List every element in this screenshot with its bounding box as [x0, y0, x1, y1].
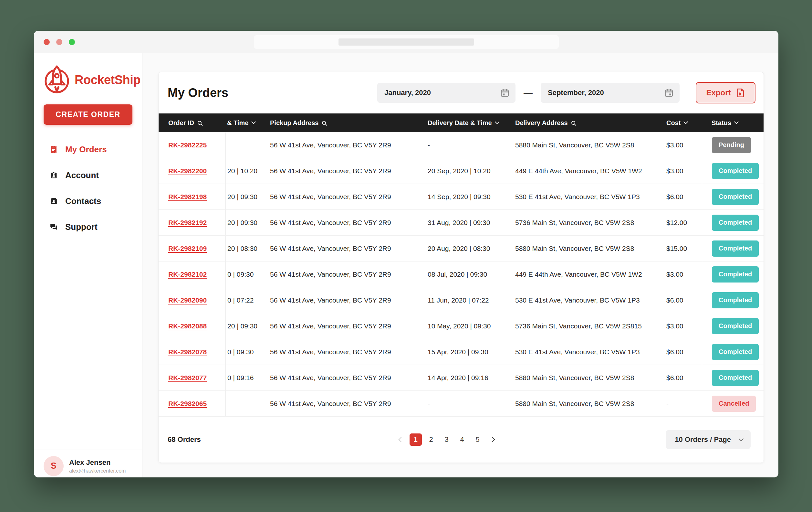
pickup-address-cell: 56 W 41st Ave, Vancouver, BC V5Y 2R9 — [268, 262, 427, 287]
prev-page-button[interactable] — [394, 433, 406, 446]
page-button-5[interactable]: 5 — [471, 433, 484, 446]
sidebar-item-account[interactable]: Account — [34, 162, 142, 188]
minimize-window-button[interactable] — [56, 39, 62, 45]
chevron-right-icon — [489, 437, 495, 442]
excel-file-icon — [735, 88, 745, 98]
order-id-cell: RK-2982088 — [158, 313, 226, 339]
cost-cell: $15.00 — [664, 236, 702, 261]
column-header-time[interactable]: & Time — [226, 119, 268, 127]
cost-cell: $12.00 — [664, 210, 702, 235]
delivery-address-cell: 530 E 41st Ave, Vancouver, BC V5W 1P3 — [514, 184, 664, 210]
calendar-icon — [500, 88, 510, 98]
contact-card-icon — [50, 197, 58, 206]
column-header-cost[interactable]: Cost — [664, 119, 702, 127]
order-id-link[interactable]: RK-2982078 — [168, 348, 207, 356]
table-row: RK-298219820 | 09:3056 W 41st Ave, Vanco… — [158, 184, 763, 210]
order-id-link[interactable]: RK-2982065 — [168, 400, 207, 408]
pickup-address-cell: 56 W 41st Ave, Vancouver, BC V5Y 2R9 — [268, 210, 427, 235]
delivery-datetime-cell: 11 Jun, 2020 | 07:22 — [427, 287, 514, 313]
status-badge: Completed — [712, 266, 759, 282]
sidebar-item-contacts[interactable]: Contacts — [34, 188, 142, 214]
order-id-cell: RK-2982200 — [158, 158, 226, 184]
sidebar-item-label: Account — [65, 170, 99, 180]
status-badge: Completed — [712, 292, 759, 308]
order-id-link[interactable]: RK-2982090 — [168, 296, 207, 304]
chevron-down-icon — [739, 436, 744, 441]
content-area: My Orders January, 2020 — Sep — [142, 53, 778, 478]
column-header-order-id[interactable]: Order ID — [158, 119, 226, 127]
table-row: RK-298219220 | 09:3056 W 41st Ave, Vanco… — [158, 210, 763, 236]
order-id-link[interactable]: RK-2982198 — [168, 193, 207, 201]
table-header-row: Order ID& TimePickup AddressDelivery Dat… — [158, 113, 763, 132]
cost-cell: $6.00 — [664, 184, 702, 210]
order-id-link[interactable]: RK-2982088 — [168, 322, 207, 330]
avatar: S — [44, 456, 64, 476]
order-id-link[interactable]: RK-2982225 — [168, 141, 207, 149]
search-icon — [322, 121, 326, 125]
cost-cell: - — [664, 391, 702, 416]
delivery-address-cell: 449 E 44th Ave, Vancouver, BC V5W 1W2 — [514, 158, 664, 184]
date-from-picker[interactable]: January, 2020 — [377, 83, 516, 103]
column-header-delivery-address[interactable]: Delivery Address — [514, 119, 664, 127]
page-button-4[interactable]: 4 — [456, 433, 468, 446]
table-footer: 68 Orders 12345 10 Orders / Page — [158, 416, 763, 462]
sidebar-item-support[interactable]: Support — [34, 214, 142, 240]
order-id-link[interactable]: RK-2982102 — [168, 271, 207, 278]
window-titlebar — [34, 31, 778, 53]
cost-cell: $3.00 — [664, 158, 702, 184]
chevron-down-icon — [734, 119, 739, 124]
pickup-datetime-cell: 0 | 07:22 — [226, 287, 268, 313]
next-page-button[interactable] — [487, 433, 499, 446]
orders-count: 68 Orders — [168, 435, 201, 444]
delivery-datetime-cell: 20 Aug, 2020 | 08:30 — [427, 236, 514, 261]
pickup-datetime-cell: 0 | 09:16 — [226, 365, 268, 390]
sidebar-item-label: My Orders — [65, 144, 107, 155]
pickup-datetime-cell — [226, 132, 268, 158]
pickup-address-cell: 56 W 41st Ave, Vancouver, BC V5Y 2R9 — [268, 365, 427, 390]
rocket-logo-icon — [43, 65, 71, 95]
order-id-cell: RK-2982078 — [158, 339, 226, 365]
card-header: My Orders January, 2020 — Sep — [158, 72, 763, 113]
close-window-button[interactable] — [44, 39, 50, 45]
status-cell: Cancelled — [702, 391, 763, 416]
zoom-window-button[interactable] — [69, 39, 75, 45]
page-button-1[interactable]: 1 — [410, 433, 422, 446]
page-button-3[interactable]: 3 — [440, 433, 453, 446]
table-row: RK-29820770 | 09:1656 W 41st Ave, Vancou… — [158, 365, 763, 391]
cost-cell: $3.00 — [664, 313, 702, 339]
user-name: Alex Jensen — [69, 458, 126, 467]
date-from-value: January, 2020 — [384, 88, 431, 97]
browser-window: RocketShip CREATE ORDER My OrdersAccount… — [34, 31, 778, 478]
status-badge: Completed — [712, 215, 759, 231]
user-profile[interactable]: S Alex Jensen alex@hawkercenter.com — [34, 450, 142, 478]
date-to-picker[interactable]: September, 2020 — [541, 83, 679, 103]
delivery-address-cell: 5736 Main St, Vancouver, BC V5W 2S8 — [514, 210, 664, 235]
table-row: RK-298222556 W 41st Ave, Vancouver, BC V… — [158, 132, 763, 158]
delivery-datetime-cell: 10 May, 2020 | 09:30 — [427, 313, 514, 339]
per-page-select[interactable]: 10 Orders / Page — [666, 430, 751, 449]
order-id-link[interactable]: RK-2982192 — [168, 219, 207, 226]
table-row: RK-298206556 W 41st Ave, Vancouver, BC V… — [158, 391, 763, 416]
export-button[interactable]: Export — [696, 82, 755, 103]
order-id-link[interactable]: RK-2982200 — [168, 167, 207, 175]
order-id-link[interactable]: RK-2982077 — [168, 374, 207, 382]
pickup-datetime-cell: 0 | 09:30 — [226, 262, 268, 287]
column-header-delivery-date-time[interactable]: Delivery Date & Time — [427, 119, 514, 127]
page-button-2[interactable]: 2 — [425, 433, 437, 446]
delivery-datetime-cell: 14 Apr, 2020 | 09:16 — [427, 365, 514, 390]
column-header-pickup-address[interactable]: Pickup Address — [268, 119, 427, 127]
order-id-link[interactable]: RK-2982109 — [168, 245, 207, 252]
order-id-cell: RK-2982102 — [158, 262, 226, 287]
chevron-down-icon — [251, 119, 256, 124]
per-page-value: 10 Orders / Page — [675, 435, 731, 444]
chevron-left-icon — [398, 437, 404, 442]
sidebar-item-my-orders[interactable]: My Orders — [34, 136, 142, 162]
table-row: RK-29820780 | 09:3056 W 41st Ave, Vancou… — [158, 339, 763, 365]
status-cell: Completed — [702, 184, 763, 210]
status-cell: Completed — [702, 313, 763, 339]
column-header-status[interactable]: Status — [702, 119, 763, 127]
chevron-down-icon — [495, 119, 499, 124]
status-cell: Completed — [702, 210, 763, 235]
create-order-button[interactable]: CREATE ORDER — [44, 104, 133, 125]
status-cell: Completed — [702, 158, 763, 184]
